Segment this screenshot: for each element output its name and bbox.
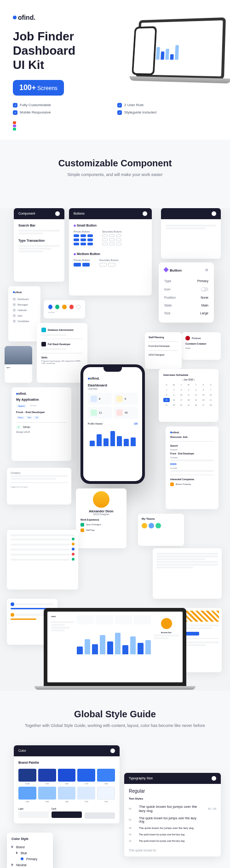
calendar-grid[interactable]: SMTWTFS 1234567 891011121314 15161718192… — [163, 383, 214, 407]
section-subtitle: Simple components, and will make your wo… — [9, 172, 221, 177]
figma-icon — [13, 121, 19, 130]
color-palette-card: Color Brand Palette C100 C90 C80 C70 C60… — [14, 745, 120, 823]
config-position[interactable]: PositionNone — [164, 294, 208, 301]
config-type[interactable]: TypePrimary — [164, 277, 208, 285]
cs-blue[interactable]: Blue — [12, 850, 48, 856]
blank-card — [161, 208, 221, 259]
photo-card: oper — [5, 346, 32, 383]
table-card-left — [7, 530, 78, 590]
search-filter-card: ofind. Discover Job Search Keyword Front… — [166, 426, 218, 509]
avatar — [93, 491, 109, 508]
buttons-card: Buttons ◆ Small Button Primary Buttons S… — [69, 208, 152, 295]
pattern-card — [183, 608, 222, 672]
styleguide-area: Color Brand Palette C100 C90 C80 C70 C60… — [0, 745, 230, 868]
close-icon[interactable]: ⊖ — [205, 268, 208, 272]
check-icon: ✓ — [117, 110, 122, 115]
cs-brand[interactable]: Brand — [12, 844, 48, 850]
styleguide-section: Global Style Guide Together with Global … — [0, 691, 230, 745]
button-config-card[interactable]: Button ⊖ TypePrimary Icon PositionNone S… — [159, 262, 214, 323]
nav-jobs[interactable]: Jobs — [13, 313, 36, 318]
toggle-icon[interactable] — [201, 287, 208, 291]
company-card: Company Suggested Company — [7, 468, 71, 505]
section-title: Customizable Component — [9, 158, 221, 169]
nav-calendar[interactable]: Calendar — [13, 307, 36, 313]
config-icon[interactable]: Icon — [164, 285, 208, 294]
components-section: Customizable Component Simple components… — [0, 140, 230, 208]
staff-card: Staff Planning Front End Developer UX/UI… — [145, 332, 182, 369]
typography-card: Typography Size Regular Text Styles 64Th… — [124, 773, 221, 857]
cs-neutral[interactable]: Neutral — [12, 862, 48, 868]
table-card-right — [153, 548, 222, 599]
color-dots-card: medium — [44, 300, 85, 318]
check-icon: ✓ — [13, 103, 17, 108]
styleguide-title: Global Style Guide — [9, 709, 221, 720]
check-icon: ✓ — [13, 110, 17, 115]
tab-applied[interactable]: Applied — [17, 404, 26, 408]
jobs-card: Database Administrator Full Stack Develo… — [37, 323, 87, 383]
sidebar-card: ofind. Dashboard Messages Calendar Jobs … — [8, 286, 40, 341]
components-collage: Component Search Bar Type Transaction Bu… — [0, 208, 230, 691]
config-size[interactable]: SizeLarge — [164, 309, 208, 317]
config-state[interactable]: StateMain — [164, 301, 208, 309]
hero-device-mockup — [123, 17, 226, 89]
nav-messages[interactable]: Messages — [13, 302, 36, 307]
tab-decline[interactable]: Decline — [29, 404, 38, 408]
profile-card: Alexander Deon UX/UI Designer Work Exper… — [76, 488, 126, 548]
color-style-selector[interactable]: Color Style Brand Blue Primary Neutral — [7, 833, 53, 868]
nav-candidates[interactable]: Candidates — [13, 318, 36, 324]
my-application-card: ofind. My Application Applied Decline Fr… — [12, 387, 71, 461]
profile-chart — [88, 425, 138, 448]
cs-primary[interactable]: Primary — [12, 856, 48, 862]
teams-card: My Teams — [138, 514, 184, 546]
check-icon: ✓ — [117, 103, 122, 108]
feature-list: ✓Fully Customizable ✓2 User Role ✓Mobile… — [13, 103, 217, 115]
styleguide-subtitle: Together with Global Style Guide, workin… — [9, 723, 221, 728]
pinterest-card: Pinterest Content Creator Studio — [182, 332, 221, 360]
hero-section: ofind. Job Finder Dashboard UI Kit 100+S… — [0, 0, 230, 140]
mobile-mockup: ofind. Dashboard Overview 8 5 11 42 Prof… — [80, 364, 145, 484]
nav-dashboard[interactable]: Dashboard — [13, 296, 36, 302]
macbook-mockup: ofind. — [44, 608, 186, 690]
calendar-card: Interview Schedule ‹ Jan 2020 › SMTWTFS … — [159, 369, 218, 422]
component-card: Component Search Bar Type Transaction — [14, 208, 64, 282]
screens-badge: 100+Screens — [13, 80, 64, 96]
